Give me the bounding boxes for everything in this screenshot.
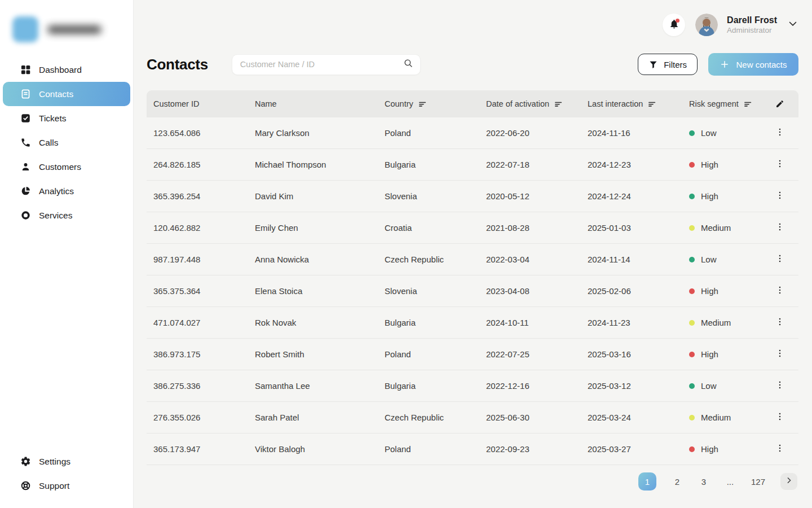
row-menu-button[interactable] xyxy=(772,189,788,204)
chevron-right-icon xyxy=(784,476,793,487)
cell-activation-date: 2020-05-12 xyxy=(479,191,581,201)
cell-risk-segment: Medium xyxy=(682,318,761,327)
sidebar-footer-item-icon xyxy=(20,456,31,467)
sort-icon[interactable] xyxy=(418,100,427,108)
table-row: 120.462.882 Emily Chen Croatia 2021-08-2… xyxy=(147,212,798,244)
pagination-page[interactable]: 127 xyxy=(751,472,765,491)
risk-dot xyxy=(689,288,695,294)
sidebar-item[interactable]: Customers xyxy=(3,155,130,179)
main-content: Darell Frost Administrator Contacts Filt… xyxy=(134,0,812,491)
cell-risk-segment: Low xyxy=(682,255,761,264)
search-icon[interactable] xyxy=(403,58,413,71)
row-menu-button[interactable] xyxy=(772,220,788,236)
kebab-icon xyxy=(775,285,785,297)
cell-last-interaction: 2024-11-23 xyxy=(581,318,682,327)
sidebar-item[interactable]: Dashboard xyxy=(3,58,130,82)
cell-country: Poland xyxy=(378,128,479,138)
risk-dot xyxy=(689,383,695,389)
column-label: Risk segment xyxy=(689,99,739,108)
sort-icon[interactable] xyxy=(648,100,656,108)
user-name: Darell Frost xyxy=(727,15,777,26)
sidebar-item[interactable]: Calls xyxy=(3,130,130,155)
sidebar-item-label: Analytics xyxy=(39,186,74,196)
risk-dot xyxy=(689,352,695,357)
row-menu-button[interactable] xyxy=(772,441,788,457)
sidebar-item[interactable]: Analytics xyxy=(3,179,130,203)
sidebar-item-label: Tickets xyxy=(39,113,67,124)
risk-label: Low xyxy=(701,128,717,138)
new-contacts-button-label: New contacts xyxy=(736,60,787,69)
sidebar-item-icon xyxy=(20,186,31,197)
bell-icon xyxy=(669,19,679,32)
cell-last-interaction: 2025-01-03 xyxy=(581,223,682,233)
cell-activation-date: 2022-03-04 xyxy=(479,255,581,264)
pagination-page[interactable]: 1 xyxy=(638,472,656,491)
avatar-image xyxy=(695,14,718,36)
cell-risk-segment: Medium xyxy=(682,413,761,422)
user-menu-toggle[interactable] xyxy=(787,18,798,32)
pagination-next-button[interactable] xyxy=(780,473,797,490)
pagination-page[interactable]: 3 xyxy=(698,472,709,491)
table-header-cell: Risk segment xyxy=(682,99,761,108)
sidebar-footer-item[interactable]: Support xyxy=(3,474,130,498)
search-input[interactable] xyxy=(240,60,403,69)
table-header-cell: Customer ID xyxy=(147,99,248,108)
pencil-icon[interactable] xyxy=(775,99,784,108)
sidebar-item[interactable]: Contacts xyxy=(3,82,130,106)
risk-dot xyxy=(689,415,695,421)
cell-risk-segment: High xyxy=(682,349,761,359)
pagination-page-label: 127 xyxy=(751,477,765,487)
contacts-table: Customer ID Name Country Date of activat… xyxy=(147,90,798,465)
row-menu-button[interactable] xyxy=(772,252,788,268)
risk-label: High xyxy=(701,191,718,201)
risk-label: High xyxy=(701,286,718,296)
cell-activation-date: 2025-06-30 xyxy=(479,413,581,422)
kebab-icon xyxy=(775,222,785,234)
sidebar-item-icon xyxy=(20,113,31,124)
cell-country: Bulgaria xyxy=(378,381,479,391)
sort-icon[interactable] xyxy=(744,100,752,108)
sidebar-item-icon xyxy=(20,210,31,221)
pagination-page[interactable]: ... xyxy=(725,472,736,491)
cell-country: Bulgaria xyxy=(378,318,479,327)
chevron-down-icon xyxy=(787,18,798,32)
cell-risk-segment: High xyxy=(682,444,761,454)
cell-country: Poland xyxy=(378,444,479,454)
sidebar-footer-item[interactable]: Settings xyxy=(3,449,130,474)
cell-name: Elena Stoica xyxy=(248,286,378,296)
table-row: 365.375.364 Elena Stoica Slovenia 2023-0… xyxy=(147,275,798,307)
risk-dot xyxy=(689,446,695,452)
risk-label: Low xyxy=(701,255,717,264)
cell-risk-segment: High xyxy=(682,191,761,201)
row-menu-button[interactable] xyxy=(772,125,788,141)
row-menu-button[interactable] xyxy=(772,410,788,426)
logo-icon xyxy=(12,16,38,42)
new-contacts-button[interactable]: New contacts xyxy=(708,53,798,76)
filters-button[interactable]: Filters xyxy=(638,54,698,75)
row-menu-button[interactable] xyxy=(772,347,788,362)
sidebar-item[interactable]: Tickets xyxy=(3,106,130,130)
sidebar-item[interactable]: Services xyxy=(3,203,130,227)
risk-label: Low xyxy=(701,381,717,391)
risk-dot xyxy=(689,257,695,262)
sort-icon[interactable] xyxy=(554,100,563,108)
cell-country: Czech Republic xyxy=(378,255,479,264)
row-menu-button[interactable] xyxy=(772,378,788,394)
row-menu-button[interactable] xyxy=(772,157,788,173)
page-title: Contacts xyxy=(147,56,208,73)
row-menu-button[interactable] xyxy=(772,283,788,299)
plus-icon xyxy=(720,59,730,69)
notifications-button[interactable] xyxy=(663,14,685,36)
kebab-icon xyxy=(775,380,785,392)
pagination-page-label: 2 xyxy=(675,477,679,487)
cell-last-interaction: 2024-12-24 xyxy=(581,191,682,201)
table-row: 471.074.027 Rok Novak Bulgaria 2024-10-1… xyxy=(147,307,798,339)
user-avatar[interactable] xyxy=(695,14,718,36)
topbar: Darell Frost Administrator xyxy=(147,0,798,36)
row-menu-button[interactable] xyxy=(772,315,788,331)
pagination-page[interactable]: 2 xyxy=(672,472,683,491)
table-row: 365.173.947 Viktor Balogh Poland 2022-09… xyxy=(147,433,798,465)
cell-country: Slovenia xyxy=(378,191,479,201)
cell-activation-date: 2022-12-16 xyxy=(479,381,581,391)
kebab-icon xyxy=(775,443,785,455)
